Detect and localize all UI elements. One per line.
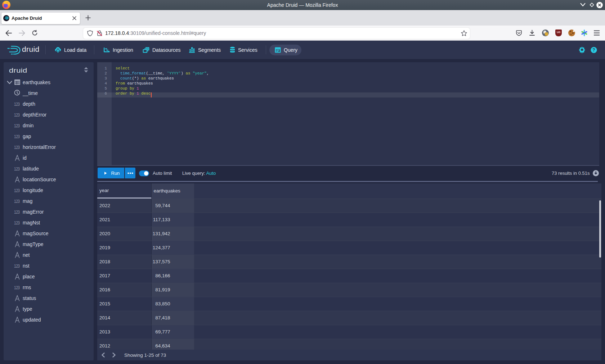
- svg-text:?: ?: [592, 47, 595, 53]
